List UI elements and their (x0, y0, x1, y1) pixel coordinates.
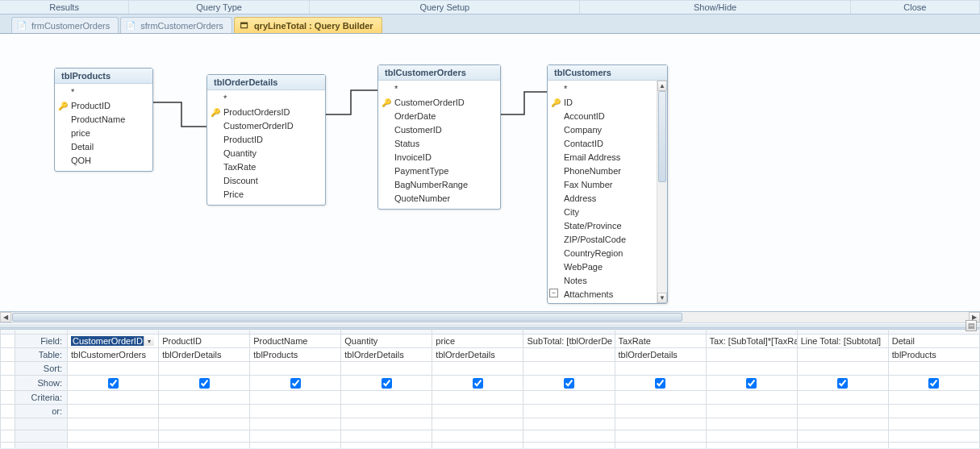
qbe-cell-field[interactable]: Detail (888, 335, 979, 348)
qbe-grid[interactable]: Field: CustomerOrderID▾ ProductID Produc… (0, 328, 980, 448)
tab-qrylinetotal[interactable]: 🗔 qryLineTotal : Query Builder (234, 17, 382, 33)
ribbon-group-close: Close (851, 1, 980, 14)
table-tblproducts[interactable]: tblProducts * 🔑ProductID ProductName pri… (54, 68, 153, 172)
field-productid[interactable]: 🔑ProductID (55, 99, 152, 113)
dropdown-icon[interactable]: ▾ (144, 336, 154, 346)
qbe-cell-field[interactable]: SubTotal: [tblOrderDe (523, 335, 615, 348)
field-quotenumber[interactable]: QuoteNumber (378, 192, 500, 206)
field-discount[interactable]: Discount (207, 174, 325, 188)
scroll-down-icon[interactable]: ▼ (657, 293, 667, 303)
row-label-show: Show: (15, 376, 68, 391)
form-icon: 📄 (15, 19, 28, 32)
show-checkbox[interactable] (837, 378, 848, 389)
field-address[interactable]: Address (548, 192, 657, 206)
show-checkbox[interactable] (746, 378, 757, 389)
qbe-cell-show[interactable] (68, 376, 159, 391)
field-detail[interactable]: Detail (55, 140, 152, 154)
field-customerid[interactable]: CustomerID (378, 123, 500, 137)
field-star[interactable]: * (378, 82, 500, 96)
tab-sfrmcustomerorders[interactable]: 📄 sfrmCustomerOrders (120, 17, 232, 33)
qbe-cell-table[interactable] (706, 348, 797, 362)
qbe-row-or: or: (1, 404, 980, 418)
qbe-cell-field[interactable]: CustomerOrderID▾ (68, 335, 159, 348)
qbe-cell-table[interactable]: tblOrderDetails (341, 348, 432, 362)
field-accountid[interactable]: AccountID (548, 110, 657, 123)
field-phonenumber[interactable]: PhoneNumber (548, 164, 657, 178)
qbe-cell-table[interactable]: tblOrderDetails (159, 348, 250, 362)
field-price[interactable]: Price (207, 188, 325, 202)
scroll-left-icon[interactable]: ◀ (0, 312, 11, 322)
field-emailaddress[interactable]: Email Address (548, 151, 657, 164)
qbe-cell-table[interactable] (797, 348, 888, 362)
qbe-cell-table[interactable]: tblProducts (250, 348, 341, 362)
field-quantity[interactable]: Quantity (207, 147, 325, 160)
scroll-thumb[interactable] (658, 91, 666, 182)
show-checkbox[interactable] (655, 378, 665, 389)
table-tblorderdetails[interactable]: tblOrderDetails * 🔑ProductOrdersID Custo… (206, 74, 326, 206)
table-tblcustomers[interactable]: tblCustomers * 🔑ID AccountID Company Con… (547, 64, 668, 304)
qbe-cell-sort[interactable] (68, 362, 159, 376)
field-stateprovince[interactable]: State/Province (548, 219, 657, 233)
qbe-row-field: Field: CustomerOrderID▾ ProductID Produc… (1, 335, 980, 348)
show-checkbox[interactable] (564, 378, 574, 389)
qbe-cell-table[interactable] (523, 348, 615, 362)
show-checkbox[interactable] (473, 378, 483, 389)
table-scrollbar[interactable]: ▲ ▼ (657, 81, 667, 303)
qbe-cell-field[interactable]: ProductID (159, 335, 250, 348)
row-label-sort: Sort: (15, 362, 68, 376)
field-attachments-file[interactable]: Attachments.File (548, 301, 657, 303)
field-star[interactable]: * (55, 85, 152, 99)
show-checkbox[interactable] (928, 378, 939, 389)
field-attachments[interactable]: − Attachments (548, 288, 657, 301)
pane-splitter[interactable]: ▤ (0, 323, 980, 328)
qbe-cell-table[interactable]: tblProducts (888, 348, 979, 362)
scroll-thumb[interactable] (12, 313, 682, 322)
table-tblcustomerorders[interactable]: tblCustomerOrders * 🔑CustomerOrderID Ord… (377, 64, 501, 210)
field-productordersid[interactable]: 🔑ProductOrdersID (207, 106, 325, 119)
field-countryregion[interactable]: CountryRegion (548, 247, 657, 260)
show-checkbox[interactable] (382, 378, 392, 389)
field-paymenttype[interactable]: PaymentType (378, 164, 500, 178)
field-invoiceid[interactable]: InvoiceID (378, 151, 500, 164)
qbe-cell-table[interactable]: tblOrderDetails (432, 348, 523, 362)
field-company[interactable]: Company (548, 123, 657, 137)
qbe-cell-field[interactable]: price (432, 335, 523, 348)
field-city[interactable]: City (548, 206, 657, 219)
field-star[interactable]: * (207, 92, 325, 106)
field-bagnumberrange[interactable]: BagNumberRange (378, 178, 500, 192)
qbe-cell-field[interactable]: ProductName (250, 335, 341, 348)
field-productid[interactable]: ProductID (207, 133, 325, 147)
show-checkbox[interactable] (290, 378, 301, 389)
expand-minus-icon[interactable]: − (549, 289, 558, 297)
ribbon-group-querysetup: Query Setup (310, 1, 580, 14)
field-zippostalcode[interactable]: ZIP/PostalCode (548, 233, 657, 247)
field-contactid[interactable]: ContactID (548, 137, 657, 151)
qbe-cell-field[interactable]: TaxRate (615, 335, 706, 348)
field-customerorderid[interactable]: 🔑CustomerOrderID (378, 96, 500, 110)
field-taxrate[interactable]: TaxRate (207, 160, 325, 174)
show-checkbox[interactable] (199, 378, 210, 389)
field-notes[interactable]: Notes (548, 274, 657, 288)
field-orderdate[interactable]: OrderDate (378, 110, 500, 123)
qbe-cell-table[interactable]: tblOrderDetails (615, 348, 706, 362)
field-qoh[interactable]: QOH (55, 154, 152, 168)
qbe-cell-field[interactable]: Tax: [SubTotal]*[TaxRa (706, 335, 797, 348)
field-webpage[interactable]: WebPage (548, 260, 657, 274)
query-design-canvas[interactable]: tblProducts * 🔑ProductID ProductName pri… (0, 34, 980, 312)
qbe-cell-field[interactable]: Quantity (341, 335, 432, 348)
splitter-grip-icon[interactable]: ▤ (965, 320, 977, 331)
scroll-up-icon[interactable]: ▲ (657, 81, 667, 91)
canvas-hscrollbar[interactable]: ◀ ▶ (0, 312, 980, 323)
show-checkbox[interactable] (108, 378, 119, 389)
field-price[interactable]: price (55, 127, 152, 140)
field-productname[interactable]: ProductName (55, 113, 152, 127)
qbe-cell-field[interactable]: Line Total: [Subtotal] (797, 335, 888, 348)
field-faxnumber[interactable]: Fax Number (548, 178, 657, 192)
field-id[interactable]: 🔑ID (548, 96, 657, 110)
qbe-row-table: Table: tblCustomerOrders tblOrderDetails… (1, 348, 980, 362)
field-status[interactable]: Status (378, 137, 500, 151)
tab-frmcustomerorders[interactable]: 📄 frmCustomerOrders (11, 17, 119, 33)
field-star[interactable]: * (548, 82, 657, 96)
qbe-cell-table[interactable]: tblCustomerOrders (68, 348, 159, 362)
field-customerorderid[interactable]: CustomerOrderID (207, 119, 325, 133)
